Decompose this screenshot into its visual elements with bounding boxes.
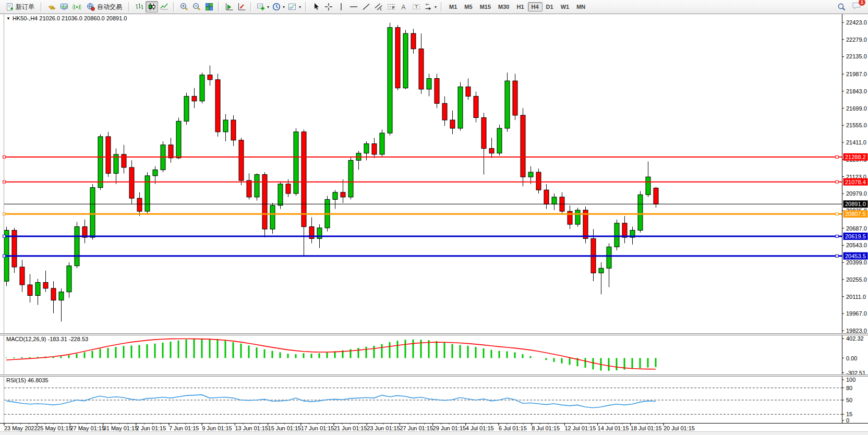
time-label: 21 Jun 01:15	[334, 425, 367, 431]
new-chart-icon	[225, 3, 233, 11]
time-label: 20 Jul 01:15	[664, 425, 695, 431]
time-label: 7 Jun 01:15	[169, 425, 199, 431]
rsi-axis-label: 80	[846, 385, 852, 391]
tile-windows-icon	[205, 3, 213, 11]
candle	[599, 268, 604, 273]
arrows-icon	[424, 3, 432, 11]
tile-windows-button[interactable]	[203, 1, 215, 13]
svg-text:A: A	[402, 4, 406, 11]
search-icon[interactable]	[837, 3, 847, 11]
timeframe-mn[interactable]: MN	[573, 2, 589, 11]
candle	[90, 188, 95, 237]
timeframe-m1[interactable]: M1	[445, 2, 461, 11]
timeframe-m30[interactable]: M30	[495, 2, 513, 11]
indicators-dropdown-icon[interactable]: ▾	[267, 5, 269, 9]
time-label: 8 Jul 01:15	[532, 425, 560, 431]
chart-profiles-icon	[237, 3, 246, 11]
candle	[528, 172, 533, 177]
line-chart-button[interactable]	[158, 1, 171, 13]
chart-frame	[0, 14, 868, 424]
line-handle	[836, 235, 838, 237]
toolbar-separator	[128, 2, 130, 11]
equidistant-channel-tool-button[interactable]: E	[372, 1, 385, 13]
templates-dropdown-icon[interactable]: ▾	[299, 5, 301, 9]
candle	[192, 96, 197, 101]
bar-chart-button[interactable]	[133, 1, 146, 13]
timeframe-m5[interactable]: M5	[461, 2, 476, 11]
periods-dropdown-icon[interactable]: ▾	[283, 5, 285, 9]
timeframe-h1[interactable]: H1	[513, 2, 527, 11]
new-chart-button[interactable]	[223, 1, 235, 13]
arrows-tool-button[interactable]: ▾	[423, 1, 438, 13]
chat-button[interactable]: 1	[852, 2, 862, 13]
candle	[450, 120, 455, 128]
candle	[20, 267, 25, 285]
market-terminal-button[interactable]	[58, 1, 70, 13]
chart-profiles-button[interactable]	[235, 1, 248, 13]
horizontal-line-tool-button[interactable]	[347, 1, 360, 13]
candle	[106, 137, 111, 173]
candle	[419, 49, 424, 89]
candle	[333, 192, 337, 200]
candle	[35, 282, 40, 295]
main-toolbar: 新订单 自动交易 ▾ ▾	[0, 0, 868, 14]
cursor-icon	[312, 3, 320, 11]
candle	[200, 75, 204, 101]
candle	[466, 87, 471, 96]
toolbar-separator	[218, 2, 220, 11]
collapse-icon[interactable]: ▼	[6, 16, 10, 21]
deposit-button[interactable]	[45, 1, 58, 13]
price-tag-label: 20807.5	[845, 211, 866, 217]
terminal-monitor-icon	[60, 3, 69, 11]
auto-trading-button[interactable]: 自动交易	[83, 1, 126, 13]
timeframe-h4[interactable]: H4	[528, 2, 542, 11]
price-axis-label: 22279.0	[846, 37, 867, 43]
text-tool-button[interactable]: A	[397, 1, 410, 13]
price-lines[interactable]	[3, 155, 842, 257]
candle	[215, 80, 220, 132]
gold-bars-icon	[47, 3, 56, 11]
signals-button[interactable]	[70, 1, 83, 13]
timeframe-d1[interactable]: D1	[542, 2, 557, 11]
candle	[614, 223, 619, 247]
vertical-line-tool-button[interactable]	[335, 1, 347, 13]
candle	[239, 140, 244, 180]
trendline-tool-button[interactable]	[360, 1, 372, 13]
indicators-button[interactable]: ▾	[255, 1, 271, 13]
new-order-button[interactable]: 新订单	[2, 1, 38, 13]
time-label: 31 May 01:15	[103, 425, 138, 431]
time-label: 4 Jul 01:15	[466, 425, 494, 431]
candle	[270, 206, 275, 229]
timeframe-m15[interactable]: M15	[476, 2, 495, 11]
candle	[427, 79, 431, 89]
toolbar-right-group: 1	[837, 2, 862, 13]
crosshair-tool-button[interactable]	[322, 1, 335, 13]
templates-button[interactable]: ▾	[286, 1, 303, 13]
candle	[411, 33, 416, 49]
zoom-in-icon	[180, 3, 189, 11]
zoom-in-button[interactable]	[178, 1, 190, 13]
new-order-icon	[6, 3, 14, 11]
periods-button[interactable]: ▾	[271, 1, 286, 13]
candlestick-chart-button[interactable]	[146, 1, 158, 13]
text-label-tool-button[interactable]: T	[410, 1, 423, 13]
candle	[521, 115, 525, 177]
fibonacci-tool-button[interactable]: F	[385, 1, 397, 13]
timeframe-w1[interactable]: W1	[557, 2, 573, 11]
chart-canvas[interactable]: 22423.022279.022135.021987.021843.021699…	[0, 0, 868, 435]
candle	[395, 28, 400, 88]
zoom-out-button[interactable]	[190, 1, 203, 13]
template-icon	[288, 3, 297, 11]
candle	[372, 144, 377, 154]
time-label: 9 Jun 01:15	[202, 425, 232, 431]
text-label-icon: T	[412, 3, 420, 11]
arrows-dropdown-icon[interactable]: ▾	[435, 5, 437, 9]
candle	[51, 288, 56, 300]
price-axis-label: 21987.0	[846, 71, 867, 77]
candle	[184, 96, 189, 122]
svg-text:T: T	[415, 4, 418, 9]
cursor-tool-button[interactable]	[310, 1, 322, 13]
candle	[231, 120, 236, 140]
price-axis-label: 20255.0	[846, 276, 867, 283]
price-axis-label: 20111.0	[846, 294, 866, 300]
